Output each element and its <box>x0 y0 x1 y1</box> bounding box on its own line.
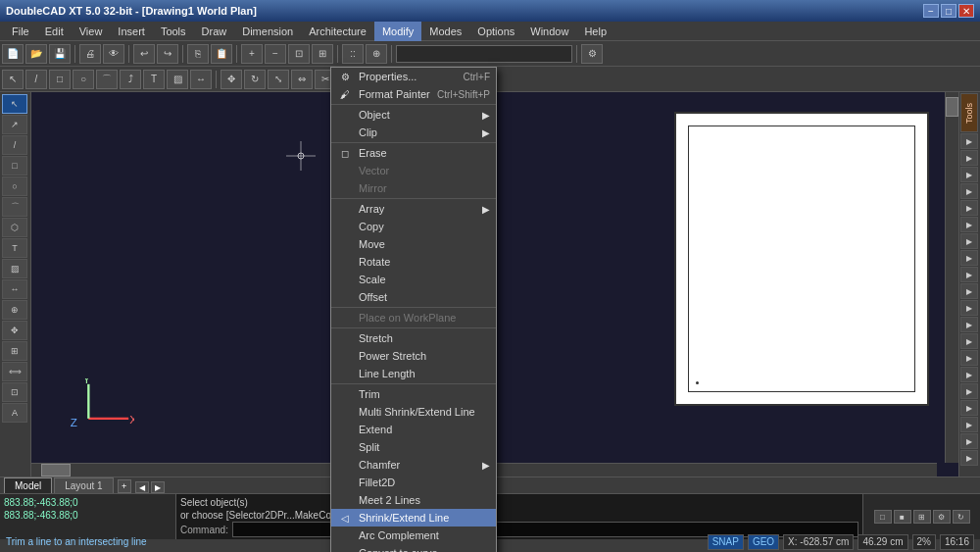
right-btn-19[interactable]: ▶ <box>960 433 978 449</box>
right-btn-4[interactable]: ▶ <box>960 183 978 199</box>
menu-item-copy[interactable]: Copy <box>331 218 496 235</box>
right-btn-7[interactable]: ▶ <box>960 233 978 249</box>
tab-next[interactable]: ▶ <box>151 481 165 493</box>
right-btn-12[interactable]: ▶ <box>960 317 978 332</box>
qa-btn3[interactable]: ⊞ <box>913 510 931 524</box>
menu-item-clip[interactable]: Clip ▶ <box>331 124 496 141</box>
toolbar-move[interactable]: ✥ <box>220 70 242 89</box>
status-geo[interactable]: GEO <box>748 534 779 550</box>
left-poly[interactable]: ⬡ <box>2 218 27 237</box>
toolbar-zoom-fit[interactable]: ⊡ <box>288 44 310 64</box>
menu-item-arc-complement[interactable]: Arc Complement <box>331 527 496 544</box>
status-coords-x[interactable]: X: -628.57 cm <box>783 534 854 550</box>
menu-help[interactable]: Help <box>576 22 614 41</box>
menu-dimension[interactable]: Dimension <box>234 22 301 41</box>
left-snap[interactable]: ⊞ <box>2 341 27 361</box>
menu-options[interactable]: Options <box>469 22 522 41</box>
toolbar-grid[interactable]: :: <box>342 44 364 64</box>
toolbar-new[interactable]: 📄 <box>2 44 24 64</box>
right-btn-3[interactable]: ▶ <box>960 167 978 182</box>
toolbar-save[interactable]: 💾 <box>49 44 71 64</box>
menu-architecture[interactable]: Architecture <box>301 22 374 41</box>
left-hatch[interactable]: ▨ <box>2 259 27 278</box>
menu-item-fillet2d[interactable]: Fillet2D <box>331 474 496 491</box>
right-btn-20[interactable]: ▶ <box>960 450 978 466</box>
vertical-scrollbar[interactable] <box>945 92 958 463</box>
toolbar-hatch[interactable]: ▨ <box>167 70 188 89</box>
menu-window[interactable]: Window <box>522 22 576 41</box>
tab-add[interactable]: + <box>118 479 131 493</box>
left-block[interactable]: ⊡ <box>2 382 27 402</box>
toolbar-zoom-all[interactable]: ⊞ <box>312 44 333 64</box>
right-btn-6[interactable]: ▶ <box>960 217 978 232</box>
layer-input[interactable] <box>396 45 572 63</box>
left-measure[interactable]: ⟺ <box>2 362 27 381</box>
toolbar-settings[interactable]: ⚙ <box>581 44 603 64</box>
v-scroll-thumb[interactable] <box>946 97 958 117</box>
left-pointer[interactable]: ↗ <box>2 115 27 134</box>
toolbar-snap[interactable]: ⊕ <box>366 44 387 64</box>
menu-item-vector[interactable]: Vector <box>331 162 496 179</box>
left-zoom[interactable]: ⊕ <box>2 300 27 320</box>
menu-item-mirror[interactable]: Mirror <box>331 179 496 197</box>
right-btn-16[interactable]: ▶ <box>960 383 978 399</box>
toolbar-redo[interactable]: ↪ <box>157 44 178 64</box>
right-btn-11[interactable]: ▶ <box>960 300 978 316</box>
left-line[interactable]: / <box>2 135 27 155</box>
right-btn-10[interactable]: ▶ <box>960 283 978 299</box>
menu-item-offset[interactable]: Offset <box>331 288 496 306</box>
right-btn-1[interactable]: ▶ <box>960 133 978 149</box>
right-btn-17[interactable]: ▶ <box>960 400 978 416</box>
menu-item-scale[interactable]: Scale <box>331 271 496 288</box>
menu-item-erase[interactable]: ◻ Erase <box>331 144 496 162</box>
menu-view[interactable]: View <box>72 22 111 41</box>
left-rect[interactable]: □ <box>2 156 27 176</box>
menu-item-power-stretch[interactable]: Power Stretch <box>331 347 496 365</box>
toolbar-text[interactable]: T <box>143 70 165 89</box>
menu-edit[interactable]: Edit <box>37 22 72 41</box>
menu-item-format-painter[interactable]: 🖌 Format Painter Ctrl+Shift+P <box>331 85 496 103</box>
left-select[interactable]: ↖ <box>2 94 27 114</box>
tab-layout1[interactable]: Layout 1 <box>54 477 113 493</box>
menu-draw[interactable]: Draw <box>194 22 235 41</box>
left-dim[interactable]: ↔ <box>2 279 27 299</box>
toolbar-select[interactable]: ↖ <box>2 70 24 89</box>
toolbar-dim[interactable]: ↔ <box>190 70 212 89</box>
menu-modes[interactable]: Modes <box>421 22 469 41</box>
menu-item-trim[interactable]: Trim <box>331 385 496 403</box>
menu-item-multi-shrink[interactable]: Multi Shrink/Extend Line <box>331 403 496 421</box>
left-arc[interactable]: ⌒ <box>2 197 27 217</box>
toolbar-undo[interactable]: ↩ <box>133 44 155 64</box>
menu-item-extend[interactable]: Extend <box>331 421 496 438</box>
right-btn-14[interactable]: ▶ <box>960 350 978 366</box>
minimize-button[interactable]: − <box>923 4 939 18</box>
left-circle[interactable]: ○ <box>2 176 27 196</box>
menu-file[interactable]: File <box>4 22 37 41</box>
menu-item-meet2lines[interactable]: Meet 2 Lines <box>331 491 496 509</box>
menu-item-properties[interactable]: ⚙ Properties... Ctrl+F <box>331 68 496 85</box>
toolbar-print[interactable]: 🖨 <box>79 44 101 64</box>
menu-tools[interactable]: Tools <box>153 22 194 41</box>
h-scroll-thumb[interactable] <box>41 464 71 477</box>
qa-btn5[interactable]: ↻ <box>953 510 970 524</box>
close-button[interactable]: ✕ <box>958 4 974 18</box>
menu-item-shrink-extend-line[interactable]: ◁ Shrink/Extend Line <box>331 509 496 527</box>
menu-item-place-workplane[interactable]: Place on WorkPlane <box>331 309 496 326</box>
menu-modify[interactable]: Modify <box>374 22 421 41</box>
right-btn-18[interactable]: ▶ <box>960 417 978 432</box>
toolbar-arc[interactable]: ⌒ <box>96 70 118 89</box>
toolbar-zoom-in[interactable]: + <box>241 44 263 64</box>
toolbar-copy[interactable]: ⎘ <box>187 44 209 64</box>
toolbar-zoom-out[interactable]: − <box>265 44 286 64</box>
menu-item-object[interactable]: Object ▶ <box>331 106 496 124</box>
menu-item-chamfer[interactable]: Chamfer ▶ <box>331 456 496 474</box>
menu-item-rotate[interactable]: Rotate <box>331 253 496 271</box>
toolbar-open[interactable]: 📂 <box>25 44 47 64</box>
menu-item-split[interactable]: Split <box>331 438 496 456</box>
menu-item-move[interactable]: Move <box>331 235 496 253</box>
qa-btn4[interactable]: ⚙ <box>933 510 951 524</box>
tab-prev[interactable]: ◀ <box>135 481 149 493</box>
qa-btn2[interactable]: ■ <box>894 510 911 524</box>
maximize-button[interactable]: □ <box>941 4 956 18</box>
right-btn-15[interactable]: ▶ <box>960 367 978 382</box>
